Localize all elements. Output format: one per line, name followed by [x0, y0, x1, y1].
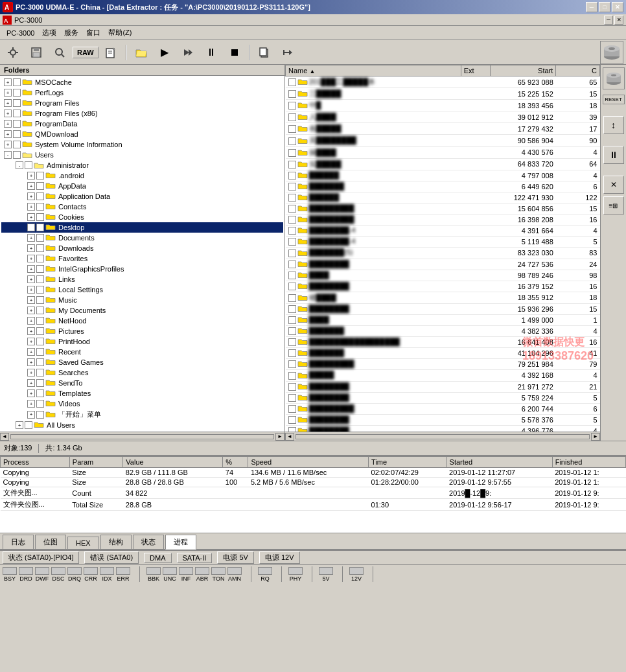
folder-open-button[interactable] — [131, 43, 152, 62]
tree-item-mydocuments[interactable]: +My Documents — [1, 305, 283, 316]
tab-log[interactable]: 日志 — [3, 535, 34, 549]
file-row[interactable]: ████1 499 0001 — [286, 314, 600, 325]
checkbox-applicationdata[interactable] — [36, 192, 44, 200]
expand-btn-pictures[interactable]: + — [27, 327, 35, 335]
save-button[interactable] — [26, 43, 47, 62]
file-row[interactable]: █████4 392 1684 — [286, 370, 600, 381]
file-row[interactable]: ███████41 104 29641 — [286, 348, 600, 359]
tree-item-links[interactable]: +Links — [1, 274, 283, 284]
expand-btn-appdata[interactable]: + — [27, 182, 35, 190]
file-row[interactable]: ██████████████████16 641 40816 — [286, 337, 600, 348]
side-btn-grid[interactable]: ≡⊞ — [603, 196, 624, 214]
stop-button[interactable]: ⏹ — [224, 43, 245, 62]
expand-btn-users[interactable]: - — [4, 151, 12, 159]
checkbox-videos[interactable] — [36, 400, 44, 408]
goto-button[interactable] — [277, 43, 298, 62]
checkbox-intelgraphicsprofiles[interactable] — [36, 265, 44, 273]
checkbox-systemvolume[interactable] — [13, 141, 21, 148]
expand-btn-android[interactable]: + — [27, 172, 35, 180]
expand-btn-printhood[interactable]: + — [27, 338, 35, 345]
tab-structure[interactable]: 结构 — [100, 535, 132, 549]
file-row[interactable]: █████████16 398 20816 — [286, 214, 600, 226]
tree-item-music[interactable]: +Music — [1, 295, 283, 305]
checkbox-msocache[interactable] — [13, 78, 21, 86]
file-h-scrollbar[interactable]: ◄ ► — [285, 432, 600, 441]
col-time[interactable]: Time — [369, 457, 447, 468]
tree-item-startmenu[interactable]: +「开始」菜单 — [1, 409, 283, 420]
checkbox-recent[interactable] — [36, 348, 44, 356]
reset-label[interactable]: RESET — [603, 95, 625, 104]
checkbox-mydocuments[interactable] — [36, 307, 44, 314]
tree-item-intelgraphicsprofiles[interactable]: +IntelGraphicsProfiles — [1, 264, 283, 274]
file-row[interactable]: ███████6 449 6206 — [286, 181, 600, 192]
tree-item-systemvolume[interactable]: +System Volume Information — [1, 139, 283, 150]
tree-item-users[interactable]: -Users — [1, 150, 283, 160]
file-row[interactable]: 三█████15 225 15215 — [286, 88, 600, 100]
file-row[interactable]: █████████15 604 85615 — [286, 203, 600, 214]
expand-btn-sendto[interactable]: + — [27, 379, 35, 387]
menu-pc3000[interactable]: PC-3000 — [3, 28, 38, 38]
tree-item-sendto[interactable]: +SendTo — [1, 378, 283, 388]
checkbox-printhood[interactable] — [36, 338, 44, 345]
tab-hex[interactable]: HEX — [67, 537, 99, 549]
menu-window[interactable]: 窗口 — [82, 27, 104, 39]
expand-btn-intelgraphicsprofiles[interactable]: + — [27, 265, 35, 273]
file-row[interactable]: ████████21 971 27221 — [286, 381, 600, 392]
expand-btn-qmdownload[interactable]: + — [4, 130, 12, 138]
expand-btn-cookies[interactable]: + — [27, 213, 35, 221]
tree-item-cookies[interactable]: +Cookies — [1, 212, 283, 222]
folder-tree[interactable]: +MSOCache+PerfLogs+Program Files+Program… — [0, 76, 284, 432]
expand-btn-documents[interactable]: + — [27, 234, 35, 242]
col-process[interactable]: Process — [1, 457, 70, 468]
checkbox-music[interactable] — [36, 296, 44, 304]
checkbox-allusers[interactable] — [25, 421, 32, 429]
tree-item-videos[interactable]: +Videos — [1, 399, 283, 409]
file-row[interactable]: ███████4 382 3364 — [286, 326, 600, 337]
expand-btn-recent[interactable]: + — [27, 348, 35, 356]
file-row[interactable]: ███████(5)83 323 03083 — [286, 248, 600, 259]
menu-options[interactable]: 选项 — [38, 27, 60, 39]
checkbox-perflogs[interactable] — [13, 89, 21, 97]
expand-btn-allusers[interactable]: + — [16, 421, 23, 429]
checkbox-qmdownload[interactable] — [13, 130, 21, 138]
expand-btn-links[interactable]: + — [27, 275, 35, 283]
checkbox-android[interactable] — [36, 172, 44, 180]
checkbox-startmenu[interactable] — [36, 411, 44, 419]
side-btn-x[interactable]: ✕ — [603, 176, 624, 194]
file-row[interactable]: 吴████████90 586 90490 — [286, 135, 600, 146]
checkbox-templates[interactable] — [36, 389, 44, 397]
file-row[interactable]: ████████-45 119 4885 — [286, 237, 600, 248]
expand-btn-applicationdata[interactable]: + — [27, 192, 35, 200]
col-param[interactable]: Param — [69, 457, 122, 468]
expand-btn-localsettings[interactable]: + — [27, 286, 35, 294]
file-row[interactable]: 操████4 430 5764 — [286, 146, 600, 158]
checkbox-pictures[interactable] — [36, 327, 44, 335]
tree-item-downloads[interactable]: +Downloads — [1, 243, 283, 253]
file-row[interactable]: 各█████17 279 43217 — [286, 123, 600, 135]
export-button[interactable] — [101, 43, 122, 62]
tree-item-printhood[interactable]: +PrintHood — [1, 336, 283, 347]
col-started[interactable]: Started — [446, 457, 552, 468]
col-c-header[interactable]: C — [556, 65, 600, 76]
side-btn-pause[interactable]: ⏸ — [603, 146, 624, 164]
expand-btn-programfilesx86[interactable]: + — [4, 110, 12, 117]
inner-minimize[interactable]: ─ — [604, 16, 613, 25]
checkbox-cookies[interactable] — [36, 213, 44, 221]
side-btn-1[interactable]: ↕ — [603, 116, 624, 134]
expand-btn-programfiles[interactable]: + — [4, 99, 12, 107]
tree-item-recent[interactable]: +Recent — [1, 347, 283, 357]
raw-button[interactable]: RAW — [73, 47, 99, 58]
file-row[interactable]: ████████5 578 3765 — [286, 414, 600, 425]
pause-button[interactable]: ⏸ — [201, 43, 222, 62]
checkbox-programfilesx86[interactable] — [13, 110, 21, 117]
checkbox-users[interactable] — [13, 151, 21, 159]
col-speed[interactable]: Speed — [248, 457, 369, 468]
tree-item-templates[interactable]: +Templates — [1, 388, 283, 399]
tree-item-localsettings[interactable]: +Local Settings — [1, 284, 283, 295]
expand-btn-msocache[interactable]: + — [4, 78, 12, 86]
tree-item-desktop[interactable]: +Desktop — [1, 222, 283, 233]
file-row[interactable]: 201███工█████本65 923 08865 — [286, 76, 600, 88]
settings-button[interactable] — [3, 43, 23, 62]
checkbox-programfiles[interactable] — [13, 99, 21, 107]
checkbox-favorites[interactable] — [36, 255, 44, 262]
